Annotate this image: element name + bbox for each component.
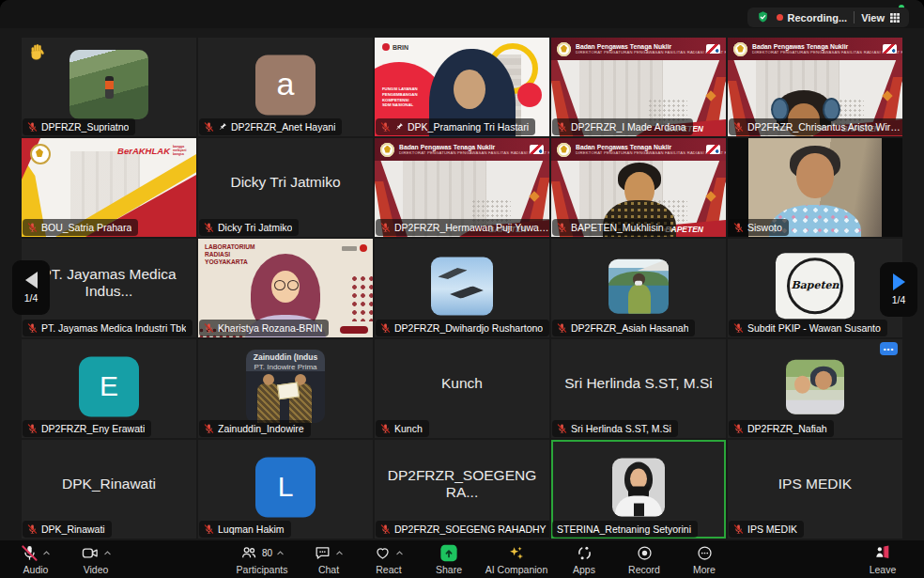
person-face	[796, 153, 834, 198]
apps-button[interactable]: Apps	[554, 544, 614, 575]
leave-door-icon	[873, 544, 892, 562]
video-camera-icon	[81, 544, 100, 562]
participants-label: Participants	[237, 564, 288, 575]
participant-tile-eny[interactable]: E DP2FRZR_Eny Erawati	[22, 339, 196, 438]
avatar-art	[635, 280, 642, 285]
avatar-overlay-text: PT. Indowire Prima	[246, 362, 325, 370]
participant-tile-kharistya[interactable]: LABORATORIUM RADIASI YOGYAKARTA Kharisty…	[198, 239, 373, 337]
more-button[interactable]: More	[674, 544, 734, 575]
participant-tile-sri-herlinda[interactable]: Sri Herlinda S.ST, M.Si Sri Herlinda S.S…	[551, 339, 726, 438]
participant-name: DPFRZR_Supriatno	[41, 121, 129, 133]
share-screen-icon	[439, 544, 458, 562]
participant-tile-wawan[interactable]: Bapeten Subdit PKIP - Wawan Susanto	[728, 239, 902, 337]
participant-tile-sterina-active-speaker[interactable]: STERINA_Retnaning Setyorini	[551, 440, 726, 539]
toolbar-left-group: Audio Video	[6, 544, 126, 575]
muted-mic-icon	[27, 121, 38, 133]
participant-tile-mukhlisin[interactable]: Badan Pengawas Tenaga Nuklir DIREKTORAT …	[551, 138, 726, 237]
recording-indicator[interactable]: Recording...	[777, 12, 848, 23]
header-band: Badan Pengawas Tenaga Nuklir DIREKTORAT …	[728, 38, 902, 60]
mic-muted-icon	[21, 544, 38, 562]
audio-options-caret[interactable]	[42, 549, 51, 557]
share-button[interactable]: Share	[419, 544, 479, 575]
encryption-shield-icon[interactable]	[756, 10, 770, 24]
audio-button[interactable]: Audio	[6, 544, 66, 575]
sparkles-icon	[507, 544, 526, 562]
header-band: Badan Pengawas Tenaga Nuklir DIREKTORAT …	[551, 138, 726, 161]
muted-mic-icon	[380, 322, 391, 334]
participant-tile-satria-prahara[interactable]: BerAKHLAK bangga melayani bangsa BOU_Sat…	[22, 138, 196, 237]
participant-tile-dicky[interactable]: Dicky Tri Jatmiko Dicky Tri Jatmiko	[198, 138, 373, 237]
participant-tile-nafiah[interactable]: ••• DP2FRZR_Nafiah	[728, 339, 902, 438]
ai-companion-button[interactable]: AI Companion	[479, 544, 554, 575]
react-button[interactable]: React	[359, 544, 419, 575]
audio-label: Audio	[23, 564, 49, 575]
participant-tile-asiah[interactable]: DP2FRZR_Asiah Hasanah	[551, 239, 726, 337]
muted-mic-icon	[204, 523, 214, 535]
name-label: DPK_Rinawati	[23, 521, 112, 538]
lab-title: LABORATORIUM RADIASI YOGYAKARTA	[205, 243, 255, 266]
participant-tile-i-made-ardana[interactable]: Badan Pengawas Tenaga Nuklir DIREKTORAT …	[551, 38, 726, 136]
participant-tile-zainuddin[interactable]: Zainuddin (Indus PT. Indowire Prima Zain…	[198, 339, 373, 438]
recording-label: Recording...	[788, 12, 848, 23]
name-label: DP2FRZR_Asiah Hasanah	[552, 320, 695, 336]
logo-bar	[342, 246, 357, 251]
name-label: Subdit PKIP - Wawan Susanto	[729, 320, 887, 336]
participants-options-caret[interactable]	[276, 549, 285, 557]
heart-icon	[374, 544, 392, 562]
participant-tile-supriatno[interactable]: DPFRZR_Supriatno	[22, 38, 196, 136]
participant-name: BOU_Satria Prahara	[41, 222, 131, 233]
view-button[interactable]: View	[861, 12, 901, 23]
gallery-next-page-button[interactable]: 1/4	[880, 262, 917, 317]
avatar	[69, 50, 148, 119]
more-label: More	[693, 564, 716, 575]
participant-name: DPK_Rinawati	[41, 523, 105, 535]
band-subtitle: DIREKTORAT PENGATURAN PENGAWASAN FASILIT…	[399, 150, 525, 155]
participant-tile-soegeng[interactable]: DP2FRZR_SOEGENG RA... DP2FRZR_SOEGENG RA…	[375, 440, 549, 539]
top-status-cluster: Recording... View	[747, 8, 909, 27]
brin-logo: BRIN	[382, 43, 408, 51]
raised-hand-icon	[28, 42, 47, 65]
participant-tile-ips-medik[interactable]: IPS MEDIK IPS MEDIK	[728, 440, 902, 539]
muted-mic-icon	[557, 322, 567, 334]
participant-tile-kunch[interactable]: Kunch Kunch	[375, 339, 549, 438]
band-titles: Badan Pengawas Tenaga Nuklir DIREKTORAT …	[576, 43, 701, 55]
participant-tile-pramaning[interactable]: FUNGSI LAYANAN PENGEMBANGAN KOMPETENSI S…	[375, 38, 549, 136]
participant-tile-hermawan[interactable]: Badan Pengawas Tenaga Nuklir DIREKTORAT …	[375, 138, 549, 237]
participant-name: DP2FRZR_Dwihardjo Rushartono	[394, 322, 543, 334]
chat-button[interactable]: Chat	[299, 544, 359, 575]
participants-button[interactable]: 80 Participants	[225, 544, 299, 575]
memoji-glasses	[274, 280, 285, 290]
video-button[interactable]: Video	[66, 544, 126, 575]
participant-tile-rinawati[interactable]: DPK_Rinawati DPK_Rinawati	[22, 440, 196, 539]
tile-options-button[interactable]: •••	[880, 342, 898, 355]
gallery-prev-page-button[interactable]: 1/4	[12, 260, 50, 315]
watermark-pill	[340, 326, 368, 334]
garuda-emblem-icon	[557, 143, 571, 157]
video-options-caret[interactable]	[103, 549, 112, 557]
react-options-caret[interactable]	[395, 549, 404, 557]
berakhlak-tagline: bangga melayani bangsa	[173, 145, 192, 156]
person-face	[454, 70, 485, 109]
avatar-art	[105, 76, 114, 99]
logo-row	[342, 244, 367, 252]
band-title: Badan Pengawas Tenaga Nuklir	[752, 43, 878, 50]
muted-mic-icon	[733, 222, 744, 233]
header-band: Badan Pengawas Tenaga Nuklir DIREKTORAT …	[551, 38, 726, 60]
band-titles: Badan Pengawas Tenaga Nuklir DIREKTORAT …	[399, 144, 525, 155]
name-label: DP2FRZR_Hermawan Puji Yuwana	[376, 219, 549, 236]
muted-mic-icon	[27, 523, 38, 535]
record-button[interactable]: Record	[614, 544, 674, 575]
participant-tile-siswoto[interactable]: Siswoto	[728, 138, 902, 237]
avatar-art	[437, 265, 468, 281]
page-indicator: 1/4	[892, 294, 906, 305]
partner-logo	[706, 145, 720, 154]
participant-tile-luqman[interactable]: L Luqman Hakim	[198, 440, 373, 539]
leave-button[interactable]: Leave	[853, 540, 913, 578]
gallery-grid-icon	[889, 12, 901, 23]
participant-tile-anet-hayani[interactable]: a DP2FRZR_Anet Hayani	[198, 38, 373, 136]
participant-name: Sri Herlinda S.ST, M.Si	[571, 423, 671, 434]
participant-tile-chrisantus[interactable]: Badan Pengawas Tenaga Nuklir DIREKTORAT …	[728, 38, 902, 136]
participants-icon	[239, 544, 258, 562]
chat-options-caret[interactable]	[335, 549, 344, 557]
participant-tile-dwihardjo[interactable]: DP2FRZR_Dwihardjo Rushartono	[375, 239, 549, 337]
